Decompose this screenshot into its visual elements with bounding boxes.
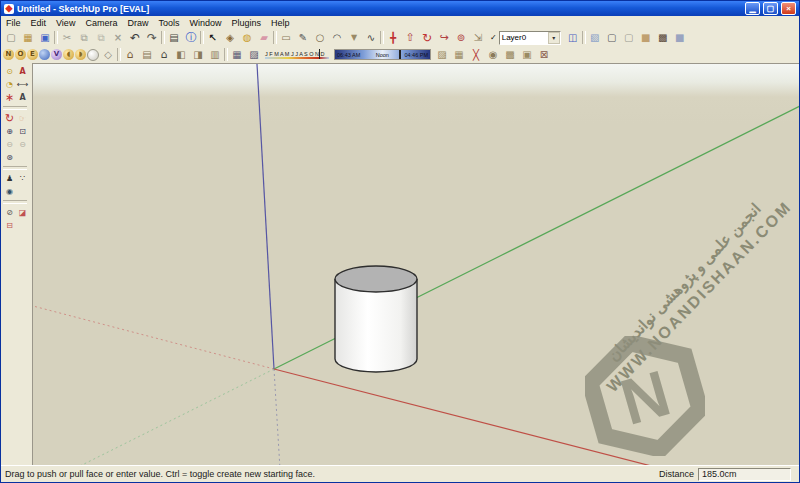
wireframe-style-button[interactable]: ▢	[604, 30, 620, 45]
rectangle-tool-button[interactable]: ▭	[278, 30, 294, 45]
print-button[interactable]: ▤	[166, 30, 182, 45]
orbit-button[interactable]: ↻	[3, 112, 16, 125]
menu-help[interactable]: Help	[266, 18, 295, 28]
polygon-tool-button[interactable]: ▼	[346, 30, 362, 45]
back-view-button[interactable]: ▥	[207, 47, 223, 62]
measurement-input[interactable]: 185.0cm	[698, 468, 791, 481]
redo-button[interactable]: ↷	[144, 30, 160, 45]
drape-button[interactable]: ▩	[502, 47, 518, 62]
eraser-button[interactable]: ▰	[256, 30, 272, 45]
3d-text-button[interactable]: A	[16, 91, 29, 104]
position-camera-button[interactable]: ♟	[3, 172, 16, 185]
layers-window-button[interactable]: ◫	[565, 30, 581, 45]
menu-draw[interactable]: Draw	[122, 18, 153, 28]
dimension-button[interactable]: ⟷	[16, 78, 29, 91]
menu-plugins[interactable]: Plugins	[226, 18, 266, 28]
layer-dropdown[interactable]: ✓ Layer0 ▾	[490, 31, 561, 45]
menu-file[interactable]: File	[1, 18, 26, 28]
section-display-button[interactable]: ⊘	[3, 206, 16, 219]
paint-bucket-button[interactable]: ◍	[239, 30, 255, 45]
text-tool-button[interactable]: A	[16, 65, 29, 78]
menu-edit[interactable]: Edit	[26, 18, 52, 28]
menu-camera[interactable]: Camera	[80, 18, 122, 28]
shadow-time-slider[interactable]: 06:43 AM Noon 04:46 PM	[334, 49, 431, 60]
xray-style-button[interactable]: ▧	[587, 30, 603, 45]
copy-button[interactable]: ⧉	[76, 30, 92, 45]
hidden-line-style-button[interactable]: ▢	[621, 30, 637, 45]
circle-tool-button[interactable]: ○	[312, 30, 328, 45]
tape-measure-button[interactable]: ⊙	[3, 65, 16, 78]
iso-view-button[interactable]: ⌂	[122, 47, 138, 62]
line-tool-button[interactable]: ✎	[295, 30, 311, 45]
right-view-button[interactable]: ◧	[173, 47, 189, 62]
menu-window[interactable]: Window	[184, 18, 226, 28]
save-button[interactable]: ▣	[37, 30, 53, 45]
flip-edge-button[interactable]: ⊠	[536, 47, 552, 62]
cylinder-body-face[interactable]	[335, 279, 417, 372]
stamp-button[interactable]: ◉	[485, 47, 501, 62]
offset-tool-button[interactable]: ⊚	[453, 30, 469, 45]
model-info-button[interactable]: ⓘ	[183, 30, 199, 45]
menu-view[interactable]: View	[51, 18, 80, 28]
sandbox-from-contours-button[interactable]: ▨	[434, 47, 450, 62]
section-plane-button[interactable]: ◪	[16, 206, 29, 219]
protractor-button[interactable]: ◔	[3, 78, 16, 91]
push-pull-tool-button[interactable]: ⇧	[402, 30, 418, 45]
open-button[interactable]: ▦	[20, 30, 36, 45]
maximize-button[interactable]: ▢	[763, 2, 778, 15]
pan-button[interactable]: ☞	[16, 112, 29, 125]
make-component-button[interactable]: ◈	[222, 30, 238, 45]
select-button[interactable]: ↖	[205, 30, 221, 45]
zoom-extents-button[interactable]: ⊛	[3, 151, 16, 164]
zoom-next-button[interactable]: ⊖	[16, 138, 29, 151]
zoom-window-button[interactable]: ⊡	[16, 125, 29, 138]
paste-button[interactable]: ⧉	[93, 30, 109, 45]
coin-d-button[interactable]: ◗	[75, 49, 86, 60]
front-view-button[interactable]: ⌂	[156, 47, 172, 62]
arc-tool-button[interactable]: ◠	[329, 30, 345, 45]
zoom-button[interactable]: ⊕	[3, 125, 16, 138]
add-detail-button[interactable]: ▣	[519, 47, 535, 62]
menu-tools[interactable]: Tools	[153, 18, 184, 28]
look-around-button[interactable]: ◉	[3, 185, 16, 198]
shaded-textures-style-button[interactable]: ▩	[655, 30, 671, 45]
scale-tool-button[interactable]: ⇲	[470, 30, 486, 45]
shadow-month-slider[interactable]: J F M A M J J A S O N D	[265, 48, 329, 61]
viewport-canvas[interactable]: انجمن علمی و پژوهشی نواندیشان WWW.NOANDI…	[32, 63, 799, 466]
shadow-settings-button[interactable]: ▦	[229, 47, 245, 62]
move-tool-button[interactable]: ╋	[385, 30, 401, 45]
shaded-style-icon: ■	[641, 33, 650, 43]
coin-n-button[interactable]: N	[3, 49, 14, 60]
close-button[interactable]: ×	[781, 2, 796, 15]
rotate-tool-button[interactable]: ↻	[419, 30, 435, 45]
monochrome-style-button[interactable]: ■	[672, 30, 688, 45]
new-button[interactable]: ▢	[3, 30, 19, 45]
zoom-previous-button[interactable]: ⊖	[3, 138, 16, 151]
follow-me-tool-button[interactable]: ↪	[436, 30, 452, 45]
sandbox-from-scratch-button[interactable]: ▦	[451, 47, 467, 62]
section-cut-button[interactable]: ⊟	[3, 219, 16, 232]
coin-e-button[interactable]: E	[27, 49, 38, 60]
shaded-style-button[interactable]: ■	[638, 30, 654, 45]
freehand-tool-button[interactable]: ∿	[363, 30, 379, 45]
coin-v-button[interactable]: V	[51, 49, 62, 60]
coin-o-button[interactable]: O	[15, 49, 26, 60]
cut-button[interactable]: ✂	[59, 30, 75, 45]
sphere-button[interactable]	[39, 49, 50, 60]
minimize-button[interactable]: ▁	[745, 2, 760, 15]
white-circle-button[interactable]	[87, 49, 99, 61]
white-diamond-button[interactable]: ◇	[100, 47, 116, 62]
coin-c-button[interactable]: ◖	[63, 49, 74, 60]
month-slider-handle[interactable]	[319, 49, 320, 59]
top-view-button[interactable]: ▤	[139, 47, 155, 62]
undo-button[interactable]: ↶	[127, 30, 143, 45]
left-view-button[interactable]: ◨	[190, 47, 206, 62]
cylinder-top-face[interactable]	[335, 266, 417, 292]
time-slider-handle[interactable]	[399, 50, 401, 59]
shadow-toggle-button[interactable]: ▨	[246, 47, 262, 62]
delete-button[interactable]: ×	[110, 30, 126, 45]
axes-tool-button[interactable]: ∗	[3, 91, 16, 104]
walk-button[interactable]: ∵	[16, 172, 29, 185]
smoove-button[interactable]: ╳	[468, 47, 484, 62]
chevron-down-icon[interactable]: ▾	[548, 32, 560, 44]
